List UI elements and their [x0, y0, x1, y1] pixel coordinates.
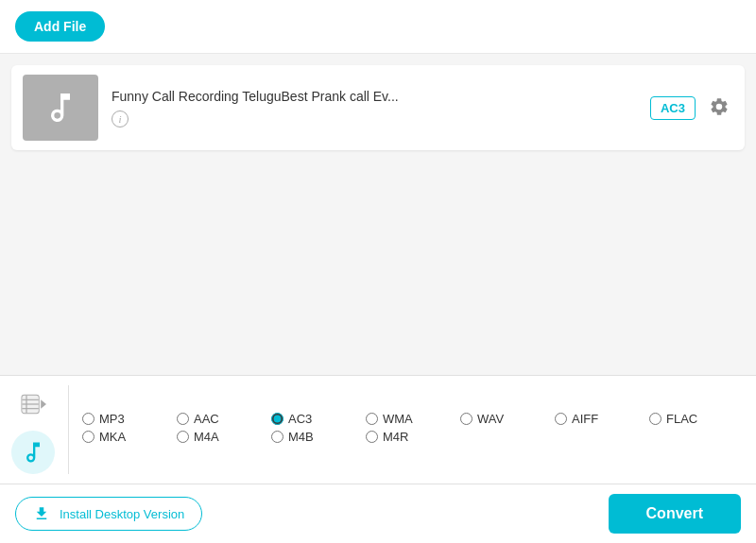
radio-m4r[interactable] — [366, 431, 378, 443]
format-option-m4r[interactable]: M4R — [366, 430, 460, 444]
format-option-mp3[interactable]: MP3 — [82, 412, 177, 426]
radio-wav[interactable] — [460, 413, 472, 425]
radio-ac3[interactable] — [271, 413, 284, 425]
type-tabs — [11, 385, 69, 474]
format-option-m4a[interactable]: M4A — [177, 430, 271, 444]
download-icon — [33, 505, 50, 522]
svg-marker-6 — [41, 399, 46, 408]
radio-flac[interactable] — [649, 413, 662, 425]
format-label-mka: MKA — [99, 430, 126, 444]
format-option-aac[interactable]: AAC — [177, 412, 271, 426]
convert-button[interactable]: Convert — [609, 494, 741, 534]
format-label-ac3: AC3 — [288, 412, 312, 426]
file-item: Funny Call Recording TeluguBest Prank ca… — [11, 65, 745, 150]
info-icon[interactable]: i — [112, 110, 129, 127]
format-option-m4b[interactable]: M4B — [271, 430, 366, 444]
format-selector: MP3 AAC AC3 WMA WAV — [0, 376, 756, 484]
radio-mka[interactable] — [82, 431, 94, 443]
file-actions: AC3 — [650, 93, 733, 124]
format-label-m4a: M4A — [194, 430, 219, 444]
video-tab-icon — [20, 391, 46, 417]
audio-tab[interactable] — [11, 431, 55, 474]
format-label-wma: WMA — [383, 412, 413, 426]
bottom-panel: MP3 AAC AC3 WMA WAV — [0, 375, 756, 543]
radio-aac[interactable] — [177, 413, 189, 425]
add-file-button[interactable]: Add File — [15, 11, 105, 42]
format-row-1: MP3 AAC AC3 WMA WAV — [82, 412, 745, 430]
radio-m4a[interactable] — [177, 431, 189, 443]
file-info: Funny Call Recording TeluguBest Prank ca… — [112, 89, 650, 127]
format-badge: AC3 — [650, 96, 696, 120]
radio-mp3[interactable] — [82, 413, 94, 425]
toolbar: Add File — [0, 0, 756, 54]
file-thumbnail — [23, 75, 98, 141]
format-label-aac: AAC — [194, 412, 219, 426]
video-tab[interactable] — [11, 385, 55, 423]
format-option-mka[interactable]: MKA — [82, 430, 177, 444]
format-option-ac3[interactable]: AC3 — [271, 412, 366, 426]
format-label-wav: WAV — [477, 412, 504, 426]
file-name: Funny Call Recording TeluguBest Prank ca… — [112, 89, 650, 104]
format-option-flac[interactable]: FLAC — [649, 412, 744, 426]
radio-wma[interactable] — [366, 413, 378, 425]
install-label: Install Desktop Version — [60, 507, 184, 521]
radio-m4b[interactable] — [271, 431, 284, 443]
audio-tab-icon — [20, 439, 46, 466]
install-desktop-button[interactable]: Install Desktop Version — [15, 497, 202, 531]
format-options: MP3 AAC AC3 WMA WAV — [82, 412, 745, 448]
format-label-mp3: MP3 — [99, 412, 125, 426]
format-label-aiff: AIFF — [572, 412, 598, 426]
format-label-m4b: M4B — [288, 430, 314, 444]
settings-button[interactable] — [705, 93, 733, 124]
radio-aiff[interactable] — [555, 413, 567, 425]
format-label-flac: FLAC — [666, 412, 697, 426]
format-row-2: MKA M4A M4B M4R — [82, 430, 745, 448]
format-option-aiff[interactable]: AIFF — [555, 412, 649, 426]
format-option-wma[interactable]: WMA — [366, 412, 460, 426]
format-label-m4r: M4R — [383, 430, 408, 444]
file-list: Funny Call Recording TeluguBest Prank ca… — [0, 54, 756, 375]
gear-icon — [709, 96, 730, 117]
footer: Install Desktop Version Convert — [0, 484, 756, 543]
music-icon — [42, 89, 79, 127]
format-option-wav[interactable]: WAV — [460, 412, 555, 426]
